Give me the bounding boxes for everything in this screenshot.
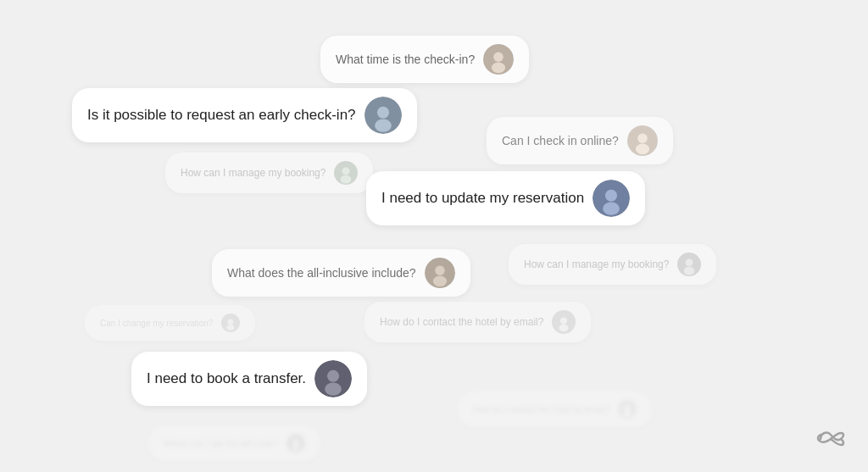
svg-point-29 [325,382,342,395]
chat-bubble-b8: Can I change my reservation? [85,305,255,341]
bubble-text: How do I contact the hotel by email? [380,316,543,328]
svg-point-1 [493,53,504,63]
svg-point-10 [342,167,350,175]
avatar [552,310,576,334]
avatar [334,161,358,185]
svg-point-31 [625,406,631,412]
bubble-text: How do I contact the hotel by email? [473,405,609,414]
svg-point-8 [636,144,649,155]
svg-point-17 [432,276,446,287]
brand-logo [814,426,848,455]
svg-point-32 [624,411,632,417]
avatar [221,314,240,332]
chat-bubble-b12: Where can I get the wifi code? [148,425,320,461]
avatar [483,44,514,75]
bubble-text: Where can I get the wifi code? [164,439,278,448]
svg-point-5 [375,119,392,131]
avatar [593,180,630,217]
bubble-text: How can I manage my booking? [524,258,669,270]
avatar [425,258,455,288]
svg-point-19 [686,258,693,266]
svg-point-22 [228,319,234,325]
svg-point-20 [684,267,695,275]
avatar [314,360,352,397]
chat-bubble-b10: I need to book a transfer. [131,352,367,406]
svg-point-14 [603,202,620,214]
bubble-text: Is it possible to request an early check… [87,107,356,124]
chat-bubble-b9: How do I contact the hotel by email? [364,302,591,342]
svg-point-26 [559,325,569,331]
svg-point-2 [492,63,505,74]
avatar [677,253,701,276]
svg-point-34 [292,440,298,446]
chat-bubble-b4: How can I manage my booking? [165,153,373,193]
chat-bubble-b11: How do I contact the hotel by email? [458,391,652,427]
svg-point-7 [637,134,648,144]
avatar [287,434,305,453]
chat-bubble-b3: Can I check in online? [487,117,673,164]
chat-bubble-b5: I need to update my reservation [366,171,645,225]
chat-bubble-b7: How can I manage my booking? [509,244,716,285]
chat-bubble-b1: What time is the check-in? [320,36,529,83]
avatar [364,97,402,134]
avatar [618,400,637,419]
svg-point-23 [227,325,235,330]
chat-bubble-b6: What does the all-inclusive include? [212,249,470,297]
svg-point-13 [605,190,617,202]
bubble-text: What time is the check-in? [336,53,475,66]
svg-point-4 [377,107,389,119]
svg-point-16 [435,266,445,276]
bubble-text: What does the all-inclusive include? [227,266,416,280]
svg-point-35 [292,445,299,451]
svg-point-28 [327,370,339,382]
bubble-text: I need to update my reservation [381,190,584,207]
chat-bubble-b2: Is it possible to request an early check… [72,88,417,142]
bubble-text: Can I check in online? [502,134,619,147]
svg-point-11 [341,175,352,184]
bubble-text: How can I manage my booking? [181,167,326,179]
svg-point-25 [560,317,567,324]
avatar [627,125,658,156]
bubble-text: Can I change my reservation? [100,319,213,328]
bubble-text: I need to book a transfer. [147,370,306,387]
